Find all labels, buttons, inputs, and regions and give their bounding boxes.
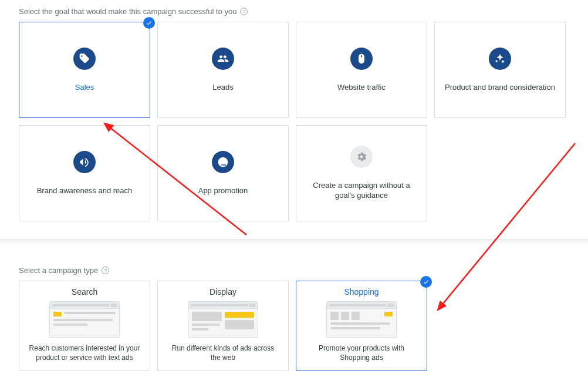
type-title: Display — [209, 287, 236, 297]
type-thumb-search — [49, 301, 120, 338]
goal-card-brand-awareness[interactable]: Brand awareness and reach — [19, 125, 150, 221]
tag-icon — [73, 48, 96, 70]
goal-card-no-goal[interactable]: Create a campaign without a goal's guida… — [296, 125, 427, 221]
type-section-label-text: Select a campaign type — [19, 266, 98, 275]
goal-section-label: Select the goal that would make this cam… — [19, 7, 569, 16]
goal-section: Select the goal that would make this cam… — [0, 0, 588, 235]
goal-section-label-text: Select the goal that would make this cam… — [19, 7, 236, 16]
type-desc: Run different kinds of ads across the we… — [164, 343, 282, 362]
help-icon[interactable]: ? — [102, 267, 109, 274]
type-grid: Search Reach customers interested in you… — [19, 281, 569, 371]
type-card-shopping[interactable]: Shopping Promote your products with Shop… — [296, 281, 427, 371]
check-icon — [143, 17, 155, 29]
type-desc: Reach customers interested in your produ… — [25, 343, 144, 362]
download-icon — [212, 151, 234, 173]
type-section-label: Select a campaign type ? — [19, 266, 569, 275]
gear-icon — [350, 146, 373, 168]
goal-label: Brand awareness and reach — [31, 186, 138, 196]
megaphone-icon — [73, 151, 96, 173]
type-title: Shopping — [344, 287, 379, 297]
goal-label: Product and brand consideration — [439, 83, 561, 93]
type-section: Select a campaign type ? Search Reach cu… — [0, 245, 588, 371]
goal-label: App promotion — [192, 186, 254, 196]
goal-card-app-promotion[interactable]: App promotion — [157, 125, 289, 221]
type-thumb-display — [188, 301, 258, 338]
goal-card-sales[interactable]: Sales — [19, 22, 150, 118]
type-desc: Promote your products with Shopping ads — [302, 343, 421, 362]
type-title: Search — [72, 287, 97, 297]
goal-label: Sales — [69, 83, 100, 93]
check-icon — [420, 276, 432, 288]
goal-card-leads[interactable]: Leads — [157, 22, 289, 118]
people-icon — [212, 48, 234, 70]
type-thumb-shopping — [326, 301, 397, 338]
help-icon[interactable]: ? — [240, 8, 248, 15]
type-card-display[interactable]: Display Run different kinds of ads acros… — [157, 281, 289, 371]
goal-card-website-traffic[interactable]: Website traffic — [296, 22, 427, 118]
mouse-icon — [350, 48, 373, 70]
sparkle-icon — [489, 48, 511, 70]
goal-label: Create a campaign without a goal's guida… — [296, 181, 427, 201]
goal-label: Website traffic — [332, 83, 391, 93]
goal-card-product-brand[interactable]: Product and brand consideration — [434, 22, 566, 118]
type-card-search[interactable]: Search Reach customers interested in you… — [19, 281, 150, 371]
goal-label: Leads — [207, 83, 239, 93]
goal-grid: Sales Leads Website traffic Product and … — [19, 22, 569, 221]
section-divider — [0, 239, 588, 245]
